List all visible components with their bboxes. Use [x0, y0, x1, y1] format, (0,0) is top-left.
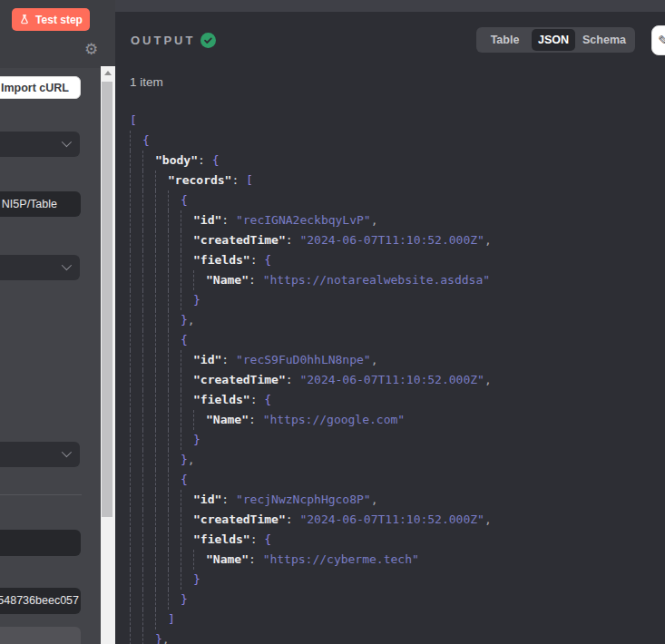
indent-guide: [168, 210, 181, 230]
indent-guide: [130, 270, 142, 290]
sidebar-bottom-field[interactable]: [0, 627, 81, 644]
indent-guide: [155, 590, 168, 610]
indent-guide: [142, 550, 155, 570]
json-token-pun: }: [193, 290, 200, 310]
json-token-key: "Name": [206, 270, 249, 290]
json-line: ]: [130, 610, 651, 629]
json-line: "id": "recS9FuD0hhLN8npe",: [130, 350, 651, 370]
indent-guide: [130, 151, 142, 171]
tab-schema[interactable]: Schema: [575, 29, 633, 51]
json-line: "createdTime": "2024-06-07T11:10:52.000Z…: [130, 510, 651, 530]
indent-guide: [142, 171, 155, 190]
indent-guide: [130, 171, 142, 190]
sidebar-dropdown-3[interactable]: [0, 442, 80, 467]
indent-guide: [155, 530, 168, 550]
indent-guide: [130, 570, 142, 590]
indent-guide: [181, 570, 193, 590]
sidebar-scrollbar[interactable]: [101, 66, 115, 644]
indent-guide: [130, 250, 142, 270]
indent-guide: [168, 270, 181, 290]
json-token-com: ,: [162, 629, 170, 644]
indent-guide: [142, 230, 155, 250]
sidebar-dropdown-2[interactable]: [0, 255, 80, 280]
json-token-pun: {: [181, 330, 188, 350]
tab-table[interactable]: Table: [478, 29, 532, 51]
test-step-button[interactable]: Test step: [12, 8, 90, 31]
json-line: }: [130, 430, 651, 450]
table-field[interactable]: NI5P/Table: [0, 191, 81, 217]
indent-guide: [168, 230, 181, 250]
indent-guide: [130, 450, 142, 470]
indent-guide: [142, 470, 155, 490]
json-token-val: "recS9FuD0hhLN8npe": [236, 350, 371, 370]
json-line: "body": {: [130, 151, 651, 171]
json-token-com: ,: [484, 510, 492, 530]
json-token-col: :: [231, 171, 246, 190]
json-token-col: :: [249, 270, 263, 290]
json-line: },: [130, 629, 651, 644]
json-token-pun: [: [130, 111, 137, 131]
sidebar-divider: [0, 494, 82, 495]
indent-guide: [168, 410, 181, 430]
id-field[interactable]: c548736beec057: [0, 588, 81, 614]
json-token-val: "recIGNA2eckbqyLvP": [236, 210, 371, 230]
json-token-col: :: [250, 250, 265, 270]
json-line: "id": "recIGNA2eckbqyLvP",: [130, 210, 651, 230]
indent-guide: [130, 430, 142, 450]
json-line: "fields": {: [130, 390, 651, 410]
json-line: "records": [: [130, 171, 651, 190]
indent-guide: [130, 490, 142, 510]
json-token-com: ,: [484, 370, 492, 390]
json-token-col: :: [221, 350, 236, 370]
indent-guide: [155, 390, 168, 410]
indent-guide: [168, 550, 181, 570]
indent-guide: [168, 450, 181, 470]
indent-guide: [193, 550, 206, 570]
sidebar-dropdown-1[interactable]: [0, 132, 80, 157]
json-line: }: [130, 570, 651, 590]
tab-json[interactable]: JSON: [532, 29, 575, 51]
indent-guide: [168, 370, 181, 390]
sidebar-header: Test step ⚙: [0, 0, 115, 68]
indent-guide: [130, 131, 142, 151]
edit-output-button[interactable]: ✎: [651, 25, 665, 55]
json-token-com: ,: [371, 210, 378, 230]
json-token-pun: {: [212, 151, 220, 171]
json-line: "id": "recjNwzNcphHgco8P",: [130, 490, 651, 510]
indent-guide: [142, 370, 155, 390]
indent-guide: [142, 610, 155, 629]
indent-guide: [168, 570, 181, 590]
indent-guide: [155, 450, 168, 470]
json-token-pun: {: [264, 530, 271, 550]
empty-field[interactable]: [0, 530, 81, 556]
json-line: "Name": "https://notarealwebsite.asddsa": [130, 270, 651, 290]
indent-guide: [181, 430, 193, 450]
output-panel: OUTPUT Table JSON Schema 1 item [{"body"…: [115, 0, 665, 644]
indent-guide: [181, 250, 193, 270]
scrollbar-up-arrow-icon[interactable]: [101, 66, 115, 80]
indent-guide: [155, 410, 168, 430]
indent-guide: [130, 530, 142, 550]
indent-guide: [168, 190, 181, 210]
json-line: {: [130, 470, 651, 490]
indent-guide: [155, 210, 168, 230]
indent-guide: [142, 270, 155, 290]
json-token-pun: }: [181, 450, 188, 470]
indent-guide: [168, 310, 181, 330]
indent-guide: [168, 470, 181, 490]
indent-guide: [168, 510, 181, 530]
gear-icon[interactable]: ⚙: [84, 42, 98, 57]
import-curl-button[interactable]: Import cURL: [0, 76, 81, 99]
indent-guide: [130, 230, 142, 250]
indent-guide: [168, 350, 181, 370]
json-token-col: :: [250, 390, 265, 410]
indent-guide: [155, 190, 168, 210]
scrollbar-thumb[interactable]: [102, 82, 112, 517]
indent-guide: [130, 190, 142, 210]
json-line: {: [130, 190, 651, 210]
indent-guide: [130, 610, 142, 629]
json-token-key: "id": [193, 350, 221, 370]
indent-guide: [142, 570, 155, 590]
indent-guide: [155, 310, 168, 330]
indent-guide: [142, 390, 155, 410]
